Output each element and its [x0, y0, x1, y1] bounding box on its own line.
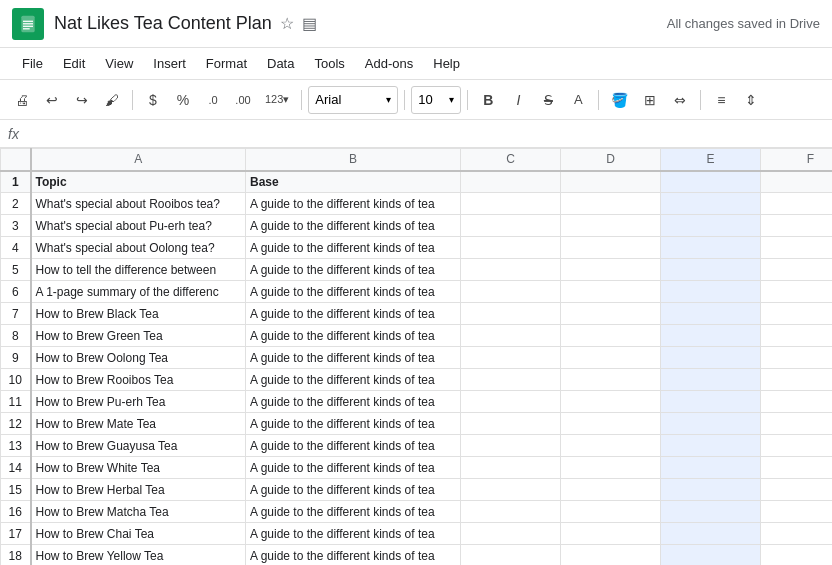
cell-d[interactable]	[561, 171, 661, 193]
cell-topic[interactable]: How to Brew Chai Tea	[31, 523, 246, 545]
cell-c[interactable]	[461, 347, 561, 369]
cell-d[interactable]	[561, 325, 661, 347]
menu-addons[interactable]: Add-ons	[355, 52, 423, 75]
cell-topic[interactable]: How to Brew Pu-erh Tea	[31, 391, 246, 413]
borders-button[interactable]: ⊞	[636, 86, 664, 114]
font-selector[interactable]: Arial ▾	[308, 86, 398, 114]
italic-button[interactable]: I	[504, 86, 532, 114]
cell-d[interactable]	[561, 479, 661, 501]
cell-c[interactable]	[461, 281, 561, 303]
cell-base[interactable]: A guide to the different kinds of tea	[246, 391, 461, 413]
col-header-f[interactable]: F	[761, 149, 833, 171]
undo-button[interactable]: ↩	[38, 86, 66, 114]
cell-base[interactable]: A guide to the different kinds of tea	[246, 347, 461, 369]
menu-data[interactable]: Data	[257, 52, 304, 75]
cell-f[interactable]	[761, 215, 833, 237]
cell-topic[interactable]: How to Brew Yellow Tea	[31, 545, 246, 566]
cell-e[interactable]	[661, 347, 761, 369]
cell-base[interactable]: Base	[246, 171, 461, 193]
cell-d[interactable]	[561, 501, 661, 523]
cell-e[interactable]	[661, 479, 761, 501]
cell-c[interactable]	[461, 303, 561, 325]
cell-d[interactable]	[561, 435, 661, 457]
cell-e[interactable]	[661, 215, 761, 237]
cell-base[interactable]: A guide to the different kinds of tea	[246, 237, 461, 259]
cell-topic[interactable]: How to Brew Black Tea	[31, 303, 246, 325]
cell-f[interactable]	[761, 237, 833, 259]
cell-e[interactable]	[661, 435, 761, 457]
cell-e[interactable]	[661, 259, 761, 281]
menu-insert[interactable]: Insert	[143, 52, 196, 75]
cell-topic[interactable]: How to Brew Guayusa Tea	[31, 435, 246, 457]
star-icon[interactable]: ☆	[280, 14, 294, 33]
menu-view[interactable]: View	[95, 52, 143, 75]
cell-e[interactable]	[661, 413, 761, 435]
col-header-a[interactable]: A	[31, 149, 246, 171]
cell-topic[interactable]: Topic	[31, 171, 246, 193]
cell-c[interactable]	[461, 259, 561, 281]
cell-topic[interactable]: What's special about Oolong tea?	[31, 237, 246, 259]
cell-e[interactable]	[661, 501, 761, 523]
print-button[interactable]: 🖨	[8, 86, 36, 114]
align-button[interactable]: ≡	[707, 86, 735, 114]
cell-c[interactable]	[461, 523, 561, 545]
cell-base[interactable]: A guide to the different kinds of tea	[246, 303, 461, 325]
cell-d[interactable]	[561, 215, 661, 237]
cell-c[interactable]	[461, 501, 561, 523]
cell-base[interactable]: A guide to the different kinds of tea	[246, 523, 461, 545]
cell-c[interactable]	[461, 237, 561, 259]
cell-f[interactable]	[761, 501, 833, 523]
increase-decimal-button[interactable]: .00	[229, 86, 257, 114]
cell-topic[interactable]: How to Brew Green Tea	[31, 325, 246, 347]
cell-d[interactable]	[561, 281, 661, 303]
cell-topic[interactable]: How to Brew Matcha Tea	[31, 501, 246, 523]
font-color-button[interactable]: A	[564, 86, 592, 114]
currency-button[interactable]: $	[139, 86, 167, 114]
cell-d[interactable]	[561, 237, 661, 259]
cell-c[interactable]	[461, 457, 561, 479]
cell-e[interactable]	[661, 391, 761, 413]
cell-e[interactable]	[661, 303, 761, 325]
cell-c[interactable]	[461, 435, 561, 457]
cell-e[interactable]	[661, 457, 761, 479]
cell-topic[interactable]: What's special about Pu-erh tea?	[31, 215, 246, 237]
col-header-b[interactable]: B	[246, 149, 461, 171]
cell-f[interactable]	[761, 457, 833, 479]
cell-topic[interactable]: How to Brew White Tea	[31, 457, 246, 479]
cell-base[interactable]: A guide to the different kinds of tea	[246, 215, 461, 237]
cell-topic[interactable]: How to Brew Oolong Tea	[31, 347, 246, 369]
menu-edit[interactable]: Edit	[53, 52, 95, 75]
cell-d[interactable]	[561, 369, 661, 391]
cell-base[interactable]: A guide to the different kinds of tea	[246, 325, 461, 347]
merge-button[interactable]: ⇔	[666, 86, 694, 114]
cell-e[interactable]	[661, 369, 761, 391]
cell-base[interactable]: A guide to the different kinds of tea	[246, 369, 461, 391]
cell-d[interactable]	[561, 523, 661, 545]
col-header-d[interactable]: D	[561, 149, 661, 171]
folder-icon[interactable]: ▤	[302, 14, 317, 33]
cell-d[interactable]	[561, 391, 661, 413]
cell-base[interactable]: A guide to the different kinds of tea	[246, 457, 461, 479]
menu-format[interactable]: Format	[196, 52, 257, 75]
cell-base[interactable]: A guide to the different kinds of tea	[246, 479, 461, 501]
cell-f[interactable]	[761, 479, 833, 501]
cell-f[interactable]	[761, 369, 833, 391]
cell-d[interactable]	[561, 193, 661, 215]
more-formats-button[interactable]: 123▾	[259, 86, 295, 114]
cell-d[interactable]	[561, 413, 661, 435]
cell-f[interactable]	[761, 545, 833, 566]
cell-f[interactable]	[761, 281, 833, 303]
formula-input[interactable]	[27, 126, 824, 141]
cell-e[interactable]	[661, 237, 761, 259]
cell-d[interactable]	[561, 303, 661, 325]
cell-e[interactable]	[661, 325, 761, 347]
cell-f[interactable]	[761, 259, 833, 281]
cell-f[interactable]	[761, 347, 833, 369]
cell-f[interactable]	[761, 413, 833, 435]
col-header-e[interactable]: E	[661, 149, 761, 171]
cell-e[interactable]	[661, 281, 761, 303]
cell-e[interactable]	[661, 545, 761, 566]
cell-base[interactable]: A guide to the different kinds of tea	[246, 193, 461, 215]
cell-f[interactable]	[761, 193, 833, 215]
fill-color-button[interactable]: 🪣	[605, 86, 634, 114]
